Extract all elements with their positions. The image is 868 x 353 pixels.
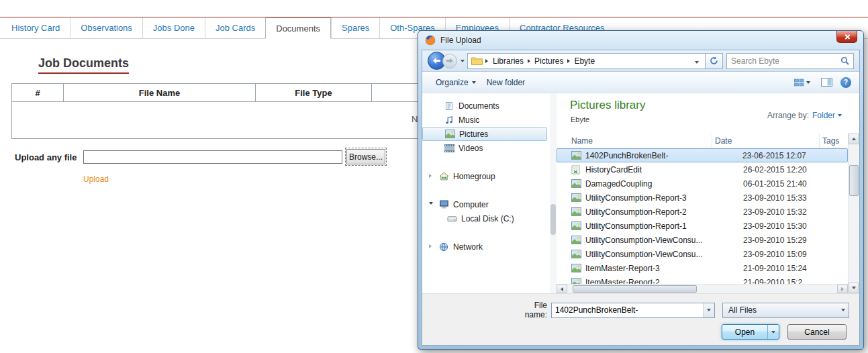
recent-pages-icon[interactable] <box>461 60 465 62</box>
file-row-utilityconsumption-report-2[interactable]: UtilityConsumption-Report-223-09-2010 15… <box>557 205 848 219</box>
file-name: UtilityConsumption-Report-2 <box>583 207 740 217</box>
upload-link[interactable]: Upload <box>83 174 109 184</box>
search-box[interactable] <box>726 53 854 69</box>
back-arrow-icon <box>432 57 441 64</box>
file-row-itemmaster-report-3[interactable]: ItemMaster-Report-321-09-2010 15:24 <box>557 261 848 275</box>
file-date: 23-09-2010 15:33 <box>740 193 848 203</box>
scroll-up-button[interactable] <box>849 134 859 144</box>
sidebar-item-homegroup[interactable]: Homegroup <box>422 169 547 183</box>
views-icon <box>794 79 804 87</box>
arrange-by-value: Folder <box>812 111 835 120</box>
table-empty-text: N <box>412 114 418 124</box>
file-row-utilityconsumption-report-1[interactable]: UtilityConsumption-Report-123-09-2010 15… <box>557 219 848 233</box>
arrange-dropdown-icon <box>838 114 842 117</box>
file-type-dropdown-icon <box>837 303 849 317</box>
sidebar-scrollbar-thumb[interactable] <box>550 204 556 235</box>
expand-icon[interactable] <box>429 174 432 178</box>
cancel-button[interactable]: Cancel <box>787 324 847 340</box>
organize-button[interactable]: Organize <box>430 76 481 89</box>
tab-history-card[interactable]: History Card <box>1 17 70 38</box>
sidebar-item-label: Network <box>453 242 483 252</box>
sidebar-item-music[interactable]: Music <box>422 113 547 127</box>
dialog-title: File Upload <box>440 36 481 45</box>
file-row-1402punchbrokenbelt[interactable]: 1402PunchBrokenBelt-23-06-2015 12:07 <box>557 148 848 162</box>
sidebar-item-label: Local Disk (C:) <box>461 214 514 223</box>
file-row-itemmaster-report-2[interactable]: ItemMaster-Report-221-09-2010 15:2 <box>557 275 848 284</box>
scroll-right-button[interactable] <box>837 285 848 293</box>
file-name: ItemMaster-Report-2 <box>583 278 740 285</box>
horizontal-scrollbar[interactable] <box>557 284 848 293</box>
file-date: 23-09-2010 15:09 <box>740 250 848 259</box>
pictures-icon <box>444 130 455 138</box>
arrange-by-dropdown[interactable]: Folder <box>812 111 842 120</box>
dialog-titlebar[interactable]: File Upload <box>418 31 863 50</box>
tab-spares[interactable]: Spares <box>331 17 379 38</box>
expand-icon[interactable] <box>429 244 432 248</box>
search-input[interactable] <box>731 56 840 66</box>
tab-observations[interactable]: Observations <box>70 17 142 38</box>
sidebar-item-network[interactable]: Network <box>422 240 547 254</box>
disk-icon <box>446 215 457 223</box>
column-header-tags[interactable]: Tags <box>820 134 848 148</box>
sidebar-item-local-disk-c[interactable]: Local Disk (C:) <box>422 211 547 225</box>
collapse-icon[interactable] <box>429 202 433 205</box>
file-type-combo[interactable]: All Files <box>722 303 849 318</box>
file-list: 1402PunchBrokenBelt-23-06-2015 12:07Hist… <box>557 148 848 284</box>
preview-pane-button[interactable] <box>818 76 835 89</box>
tab-jobs-done[interactable]: Jobs Done <box>142 17 205 38</box>
file-name-input[interactable] <box>552 305 703 315</box>
file-name: DamagedCoupling <box>583 179 740 189</box>
help-button[interactable]: ? <box>840 77 851 88</box>
browse-button[interactable]: Browse... <box>346 149 385 164</box>
organize-label: Organize <box>436 78 469 87</box>
sidebar-item-label: Homegroup <box>453 172 495 181</box>
file-row-utilityconsumption-viewconsu[interactable]: UtilityConsumption-ViewConsu...23-09-201… <box>557 233 848 247</box>
file-name-label: File name: <box>510 301 547 319</box>
sidebar-scrollbar[interactable] <box>550 93 557 293</box>
vertical-scrollbar[interactable] <box>848 134 859 293</box>
sidebar-item-videos[interactable]: Videos <box>422 141 547 155</box>
library-header: Pictures library Ebyte Arrange by: Folde… <box>557 93 859 134</box>
file-row-historycardedit[interactable]: HistoryCardEdit26-02-2015 12:20 <box>557 162 848 176</box>
breadcrumb-item-pictures[interactable]: Pictures <box>531 56 567 66</box>
forward-arrow-icon <box>446 58 454 64</box>
network-icon <box>438 242 449 252</box>
upload-file-label: Upload any file <box>15 152 77 162</box>
breadcrumb-item-ebyte[interactable]: Ebyte <box>571 56 598 66</box>
sidebar-item-label: Computer <box>453 200 489 209</box>
open-dropdown-button[interactable] <box>767 325 779 339</box>
upload-file-input[interactable] <box>83 150 342 164</box>
file-row-damagedcoupling[interactable]: DamagedCoupling06-01-2015 21:40 <box>557 176 848 191</box>
file-name-dropdown-button[interactable] <box>703 303 714 317</box>
file-date: 23-06-2015 12:07 <box>740 151 847 160</box>
breadcrumb-item-libraries[interactable]: Libraries <box>489 56 527 66</box>
column-header-name[interactable]: Name <box>557 134 712 148</box>
views-button[interactable] <box>791 77 813 89</box>
close-button[interactable] <box>836 31 857 43</box>
refresh-button[interactable] <box>706 53 723 69</box>
sidebar-item-label: Documents <box>459 101 499 111</box>
image-file-icon <box>571 179 583 188</box>
scroll-down-button[interactable] <box>849 283 859 293</box>
sidebar-item-label: Pictures <box>459 130 488 139</box>
breadcrumb: LibrariesPicturesEbyte <box>489 56 598 66</box>
address-bar[interactable]: LibrariesPicturesEbyte <box>467 53 706 69</box>
tab-documents[interactable]: Documents <box>265 17 331 39</box>
address-dropdown-icon[interactable] <box>692 56 702 66</box>
new-folder-button[interactable]: New folder <box>481 76 530 89</box>
scroll-left-button[interactable] <box>557 285 567 293</box>
sidebar-item-pictures[interactable]: Pictures <box>422 127 547 141</box>
horizontal-scrollbar-thumb[interactable] <box>573 285 697 293</box>
file-type-value: All Files <box>723 305 837 315</box>
file-row-utilityconsumption-report-3[interactable]: UtilityConsumption-Report-323-09-2010 15… <box>557 191 848 205</box>
column-header-date[interactable]: Date <box>712 134 820 148</box>
forward-button[interactable] <box>442 54 457 68</box>
open-button[interactable]: Open <box>722 324 779 340</box>
sidebar-item-computer[interactable]: Computer <box>422 197 547 211</box>
vertical-scrollbar-thumb[interactable] <box>849 165 859 196</box>
sidebar-item-documents[interactable]: Documents <box>422 99 547 113</box>
close-icon <box>844 34 850 40</box>
dialog-footer: File name: All Files Open Cancel <box>422 293 859 345</box>
file-row-utilityconsumption-viewconsu[interactable]: UtilityConsumption-ViewConsu...23-09-201… <box>557 247 848 261</box>
tab-job-cards[interactable]: Job Cards <box>205 17 265 38</box>
